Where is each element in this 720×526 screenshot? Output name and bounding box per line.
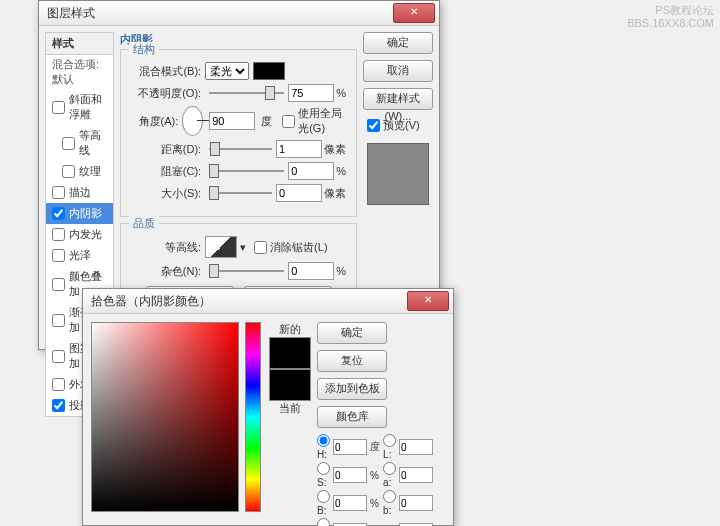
close-icon[interactable]: ✕ — [407, 291, 449, 311]
style-stroke[interactable]: 描边 — [46, 182, 113, 203]
cp-ok-button[interactable]: 确定 — [317, 322, 387, 344]
new-label: 新的 — [269, 322, 311, 337]
new-color-swatch[interactable] — [269, 337, 311, 369]
structure-title: 结构 — [129, 42, 159, 57]
style-bevel-check[interactable] — [52, 101, 65, 114]
color-values: H:度 L: S:% a: B:% b: R: C:% G: M:% B: Y:… — [317, 434, 445, 526]
cp-title: 拾色器（内阴影颜色） — [87, 293, 407, 310]
opacity-label: 不透明度(O): — [131, 86, 201, 101]
h-radio[interactable] — [317, 434, 330, 447]
noise-slider[interactable] — [209, 264, 284, 278]
noise-input[interactable] — [288, 262, 334, 280]
s-input[interactable] — [333, 467, 367, 483]
style-texture-check[interactable] — [62, 165, 75, 178]
bb-radio[interactable] — [383, 490, 396, 503]
current-label: 当前 — [269, 401, 311, 416]
angle-dial[interactable] — [182, 106, 203, 136]
br-radio[interactable] — [317, 490, 330, 503]
watermark: PS教程论坛 BBS.16XX8.COM — [627, 4, 714, 30]
watermark-l2: BBS.16XX8.COM — [627, 17, 714, 30]
opacity-slider[interactable] — [209, 86, 284, 100]
style-contour-check[interactable] — [62, 137, 75, 150]
watermark-l1: PS教程论坛 — [627, 4, 714, 17]
antialias-check[interactable] — [254, 241, 267, 254]
current-color-swatch[interactable] — [269, 369, 311, 401]
choke-label: 阻塞(C): — [131, 164, 201, 179]
style-texture[interactable]: 纹理 — [46, 161, 113, 182]
titlebar[interactable]: 图层样式 ✕ — [39, 1, 439, 26]
distance-input[interactable] — [276, 140, 322, 158]
angle-input[interactable] — [209, 112, 255, 130]
style-satin[interactable]: 光泽 — [46, 245, 113, 266]
contour-label: 等高线: — [131, 240, 201, 255]
ok-button[interactable]: 确定 — [363, 32, 433, 54]
blendmode-label: 混合模式(B): — [131, 64, 201, 79]
style-inner-shadow[interactable]: 内阴影 — [46, 203, 113, 224]
distance-slider[interactable] — [209, 142, 272, 156]
style-inner-glow-check[interactable] — [52, 228, 65, 241]
style-color-overlay-check[interactable] — [52, 278, 65, 291]
cancel-button[interactable]: 取消 — [363, 60, 433, 82]
color-field[interactable] — [91, 322, 239, 512]
cp-cancel-button[interactable]: 复位 — [317, 350, 387, 372]
l-input[interactable] — [399, 439, 433, 455]
color-picker-dialog: 拾色器（内阴影颜色） ✕ 新的 当前 确定 复位 添加到色板 颜色库 H:度 L… — [82, 288, 454, 526]
close-icon[interactable]: ✕ — [393, 3, 435, 23]
chevron-down-icon[interactable]: ▾ — [240, 241, 246, 254]
size-input[interactable] — [276, 184, 322, 202]
r-radio[interactable] — [317, 518, 330, 526]
style-pattern-overlay-check[interactable] — [52, 350, 65, 363]
distance-label: 距离(D): — [131, 142, 201, 157]
style-stroke-check[interactable] — [52, 186, 65, 199]
style-inner-glow[interactable]: 内发光 — [46, 224, 113, 245]
style-outer-glow-check[interactable] — [52, 378, 65, 391]
l-radio[interactable] — [383, 434, 396, 447]
choke-slider[interactable] — [209, 164, 284, 178]
color-swatches: 新的 当前 — [269, 322, 311, 526]
style-satin-check[interactable] — [52, 249, 65, 262]
structure-group: 结构 混合模式(B): 柔光 不透明度(O): % 角度(A): 度 使用全局光… — [120, 49, 357, 217]
dialog-title: 图层样式 — [43, 5, 393, 22]
new-style-button[interactable]: 新建样式(W)... — [363, 88, 433, 110]
style-drop-shadow-check[interactable] — [52, 399, 65, 412]
style-contour[interactable]: 等高线 — [46, 125, 113, 161]
h-input[interactable] — [333, 439, 367, 455]
style-gradient-overlay-check[interactable] — [52, 314, 65, 327]
style-inner-shadow-check[interactable] — [52, 207, 65, 220]
angle-label: 角度(A): — [131, 114, 178, 129]
cp-titlebar[interactable]: 拾色器（内阴影颜色） ✕ — [83, 289, 453, 314]
size-slider[interactable] — [209, 186, 272, 200]
s-radio[interactable] — [317, 462, 330, 475]
style-bevel[interactable]: 斜面和浮雕 — [46, 89, 113, 125]
shadow-color-swatch[interactable] — [253, 62, 285, 80]
size-label: 大小(S): — [131, 186, 201, 201]
noise-label: 杂色(N): — [131, 264, 201, 279]
quality-title: 品质 — [129, 216, 159, 231]
add-swatch-button[interactable]: 添加到色板 — [317, 378, 387, 400]
opacity-input[interactable] — [288, 84, 334, 102]
contour-picker[interactable] — [205, 236, 237, 258]
blend-default[interactable]: 混合选项:默认 — [46, 55, 113, 89]
cp-controls: 确定 复位 添加到色板 颜色库 H:度 L: S:% a: B:% b: R: … — [317, 322, 445, 526]
choke-input[interactable] — [288, 162, 334, 180]
br-input[interactable] — [333, 495, 367, 511]
blendmode-select[interactable]: 柔光 — [205, 62, 249, 80]
a-input[interactable] — [399, 467, 433, 483]
color-lib-button[interactable]: 颜色库 — [317, 406, 387, 428]
hue-slider[interactable] — [245, 322, 261, 512]
a-radio[interactable] — [383, 462, 396, 475]
styles-header[interactable]: 样式 — [46, 33, 113, 55]
preview-thumbnail — [367, 143, 429, 205]
preview-check[interactable] — [367, 119, 380, 132]
bb-input[interactable] — [399, 495, 433, 511]
global-light-check[interactable] — [282, 115, 295, 128]
